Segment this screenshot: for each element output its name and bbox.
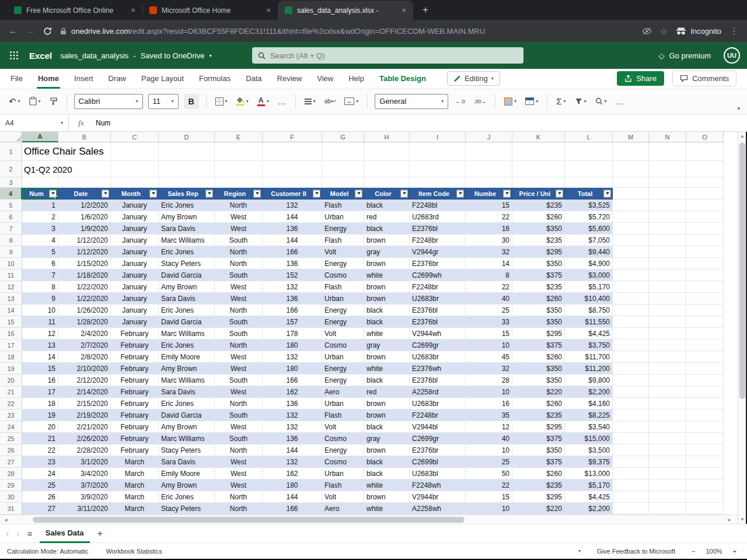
cell[interactable]: Energy [322,363,364,374]
cell[interactable]: Eric Jones [159,491,215,503]
cell[interactable]: $350 [512,374,565,386]
close-tab-icon[interactable]: × [128,6,138,15]
cell[interactable] [649,235,686,246]
cell[interactable] [466,161,512,177]
row-header-6[interactable]: 6 [0,211,22,223]
cell[interactable] [649,328,686,340]
cell[interactable]: North [215,258,263,270]
cell[interactable]: brown [364,491,410,503]
column-header-j[interactable]: J [466,132,512,142]
cell[interactable]: A2258wh [410,503,466,514]
row-header-20[interactable]: 20 [0,374,22,386]
cell[interactable]: Stacy Peters [159,444,215,456]
merge-cells-button[interactable]: ↔▾ [343,96,360,107]
cell[interactable]: Urban [322,293,364,304]
cell[interactable] [364,161,410,177]
cell[interactable]: F2248br [410,281,466,293]
cell[interactable]: $9,375 [565,456,613,468]
cell[interactable]: Flash [322,281,364,293]
cell[interactable]: $4,425 [565,491,613,503]
cell[interactable]: January [111,304,159,316]
cell[interactable] [159,161,215,177]
cell[interactable]: David Garcia [159,270,215,281]
cell[interactable] [613,142,649,161]
cell[interactable]: E2376bl [410,223,466,235]
cell[interactable]: $8,225 [565,410,613,421]
cell[interactable] [649,340,686,351]
autosum-button[interactable]: Σ▾ [554,94,567,108]
more-font-options-button[interactable]: … [276,95,288,108]
cell[interactable]: 132 [263,281,322,293]
cell[interactable]: 23 [22,456,58,468]
cell[interactable]: 1/28/2020 [58,316,111,328]
cell[interactable]: 16 [22,374,58,386]
cell[interactable]: 2/19/2020 [58,410,111,421]
cell[interactable] [686,503,724,514]
column-header-k[interactable]: K [512,132,565,142]
cell[interactable]: 8 [22,281,58,293]
cell[interactable]: 166 [263,374,322,386]
cell[interactable] [686,161,724,177]
cell[interactable] [686,468,724,480]
cell[interactable]: brown [364,351,410,363]
sort-filter-button[interactable]: ▾ [573,96,588,107]
cell[interactable] [613,398,649,410]
menu-item-formulas[interactable]: Formulas [199,69,231,89]
cell[interactable]: Amy Brown [159,480,215,491]
cell[interactable]: 3/7/2020 [58,480,111,491]
next-sheet-icon[interactable]: › [16,529,19,538]
back-icon[interactable]: ← [8,26,18,36]
row-header-19[interactable]: 19 [0,363,22,374]
cell[interactable]: $10,400 [565,293,613,304]
cell[interactable] [410,161,466,177]
filter-button[interactable] [603,190,611,197]
fx-icon[interactable]: fx [69,114,93,131]
cell[interactable]: January [111,200,159,211]
cell[interactable]: 144 [263,491,322,503]
avatar[interactable]: UU [724,47,740,64]
menu-item-page-layout[interactable]: Page Layout [141,69,184,89]
cell[interactable]: January [111,258,159,270]
row-header-22[interactable]: 22 [0,398,22,410]
cell[interactable]: February [111,444,159,456]
cell[interactable]: $260 [512,211,565,223]
cell[interactable] [215,161,263,177]
column-header-a[interactable]: A [22,132,58,142]
cell[interactable]: $220 [512,503,565,514]
cell[interactable] [565,142,613,161]
row-header-10[interactable]: 10 [0,258,22,270]
cell[interactable] [613,410,649,421]
cell[interactable]: 1/18/2020 [58,270,111,281]
cell[interactable]: 2/8/2020 [58,351,111,363]
more-commands-button[interactable]: … [614,95,626,108]
cell[interactable]: C2699bl [410,456,466,468]
cell[interactable]: 15 [466,491,512,503]
cell[interactable]: gray [364,433,410,444]
browser-tab-office-online[interactable]: Free Microsoft Office Online × [7,1,142,20]
cell[interactable] [613,468,649,480]
row-header-5[interactable]: 5 [0,200,22,211]
cell[interactable] [686,223,724,235]
cell[interactable]: $4,425 [565,328,613,340]
cell[interactable] [613,491,649,503]
cell[interactable]: E2376bl [410,374,466,386]
cell[interactable] [649,468,686,480]
fill-color-button[interactable]: ▾ [235,96,250,107]
cell[interactable]: 14 [466,258,512,270]
cell[interactable] [686,421,724,433]
cell[interactable]: David Garcia [159,316,215,328]
cell[interactable]: 3/11/2020 [58,503,111,514]
cell[interactable]: F2248wh [410,480,466,491]
cell[interactable]: 20 [22,421,58,433]
cell[interactable] [686,304,724,316]
cell[interactable]: 16 [466,398,512,410]
scroll-up-icon[interactable]: ▲ [740,134,745,139]
cell[interactable] [322,177,364,188]
cell[interactable]: Region [215,188,263,200]
cell[interactable]: Aero [322,503,364,514]
cell[interactable]: 136 [263,433,322,444]
cell[interactable] [410,142,466,161]
font-name-select[interactable]: Calibri▾ [74,94,143,109]
row-header-16[interactable]: 16 [0,328,22,340]
cell[interactable]: North [215,304,263,316]
